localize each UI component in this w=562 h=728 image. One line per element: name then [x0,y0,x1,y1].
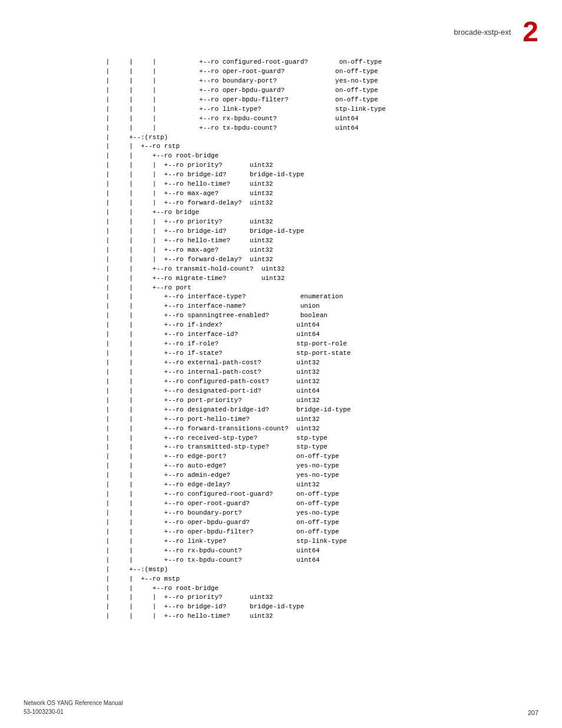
footer-page-number: 207 [528,709,538,716]
header-area: brocade-xstp-ext 2 [0,12,562,52]
footer-area: Network OS YANG Reference Manual 53-1003… [24,699,538,716]
chapter-number: 2 [523,18,538,46]
footer-manual-title: Network OS YANG Reference Manual [24,699,123,707]
code-block: | | | +--ro configured-root-guard? on-of… [82,58,538,621]
footer-left: Network OS YANG Reference Manual 53-1003… [24,699,123,716]
content-area: | | | +--ro configured-root-guard? on-of… [0,58,562,621]
header-title: brocade-xstp-ext [454,28,511,37]
footer-doc-number: 53-1003230-01 [24,707,123,716]
page-container: brocade-xstp-ext 2 | | | +--ro configure… [0,0,562,728]
